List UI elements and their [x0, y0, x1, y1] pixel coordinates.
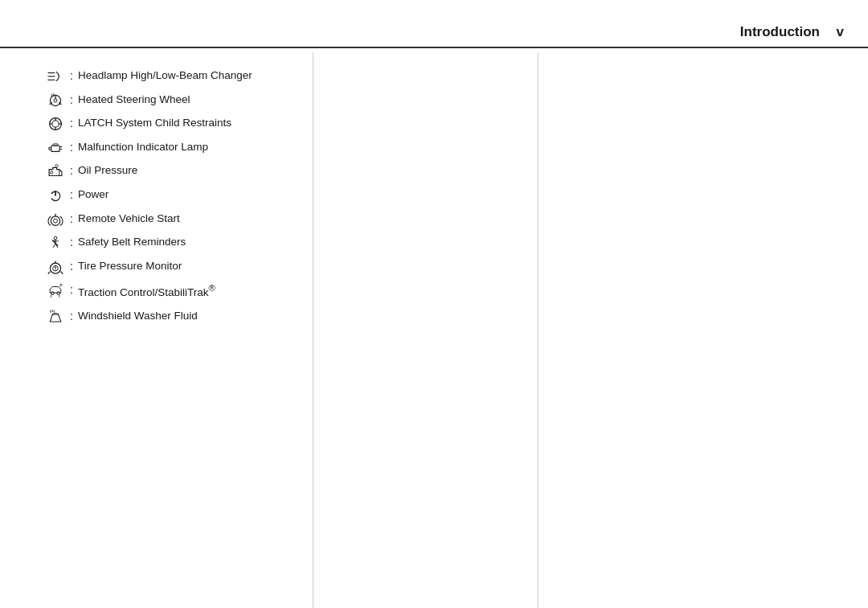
tire-pressure-icon	[44, 260, 67, 274]
list-item: : Windshield Washer Fluid	[44, 309, 297, 325]
list-item: : Malfunction Indicator Lamp	[44, 140, 297, 156]
item-colon: :	[70, 68, 73, 84]
item-text: Traction Control/StabiliTrak®	[78, 282, 297, 300]
item-colon: :	[70, 212, 73, 228]
washer-icon	[44, 310, 67, 324]
registered-sup: ®	[208, 283, 215, 293]
item-text: Remote Vehicle Start	[78, 212, 297, 227]
svg-point-4	[54, 99, 57, 102]
svg-rect-14	[51, 146, 59, 151]
svg-point-36	[55, 269, 55, 270]
header-page-num: v	[837, 24, 844, 40]
list-item: : LATCH System Child Restraints	[44, 116, 297, 132]
page-container: Introduction v : Head	[0, 0, 868, 608]
header-title: Introduction	[740, 24, 820, 40]
svg-point-39	[57, 292, 60, 295]
svg-point-22	[51, 171, 53, 174]
list-item: : Safety Belt Reminders	[44, 235, 297, 251]
list-item: : Oil Pressure	[44, 163, 297, 179]
item-colon: :	[70, 116, 73, 132]
item-colon: :	[70, 163, 73, 179]
power-icon	[44, 188, 67, 203]
item-text: Malfunction Indicator Lamp	[78, 140, 297, 155]
item-text: Headlamp High/Low-Beam Changer	[78, 68, 297, 84]
item-text: Oil Pressure	[78, 163, 297, 179]
content-area: : Headlamp High/Low-Beam Changer	[0, 52, 868, 608]
svg-point-26	[54, 219, 58, 223]
svg-rect-15	[53, 144, 58, 146]
item-text: Tire Pressure Monitor	[78, 259, 297, 274]
heated-steering-icon	[44, 93, 67, 108]
column-middle	[313, 52, 538, 608]
column-right	[538, 52, 868, 608]
list-item: : Headlamp High/Low-Beam Changer	[44, 68, 297, 84]
column-left: : Headlamp High/Low-Beam Changer	[0, 52, 313, 608]
item-text: Windshield Washer Fluid	[78, 309, 297, 324]
item-colon: :	[70, 187, 73, 203]
item-colon: :	[70, 259, 73, 275]
list-item: : Tire Pressure Monitor	[44, 259, 297, 275]
remote-start-icon	[44, 212, 67, 227]
item-text: Heated Steering Wheel	[78, 92, 297, 108]
svg-point-28	[54, 236, 57, 240]
item-list: : Headlamp High/Low-Beam Changer	[44, 68, 297, 324]
item-colon: :	[70, 140, 73, 156]
list-item: : Traction Control/StabiliTrak®	[44, 282, 297, 300]
oil-pressure-icon	[44, 164, 67, 179]
traction-icon	[44, 283, 67, 298]
item-colon: :	[70, 92, 73, 109]
headlamp-icon	[44, 69, 67, 84]
item-text: LATCH System Child Restraints	[78, 116, 297, 131]
svg-point-25	[51, 216, 59, 224]
svg-point-38	[51, 292, 54, 295]
item-text: Power	[78, 187, 297, 203]
svg-point-40	[60, 284, 62, 286]
malfunction-icon	[44, 141, 67, 155]
list-item: : Remote Vehicle Start	[44, 212, 297, 228]
header: Introduction v	[0, 0, 868, 48]
svg-line-31	[53, 244, 55, 248]
item-text: Safety Belt Reminders	[78, 235, 297, 250]
list-item: : Heated Steering Wheel	[44, 92, 297, 109]
item-colon: :	[70, 309, 73, 325]
seatbelt-icon	[44, 236, 67, 250]
svg-point-9	[52, 121, 59, 127]
item-colon: :	[70, 235, 73, 251]
list-item: : Power	[44, 187, 297, 203]
latch-icon	[44, 117, 67, 131]
item-colon: :	[70, 282, 73, 298]
